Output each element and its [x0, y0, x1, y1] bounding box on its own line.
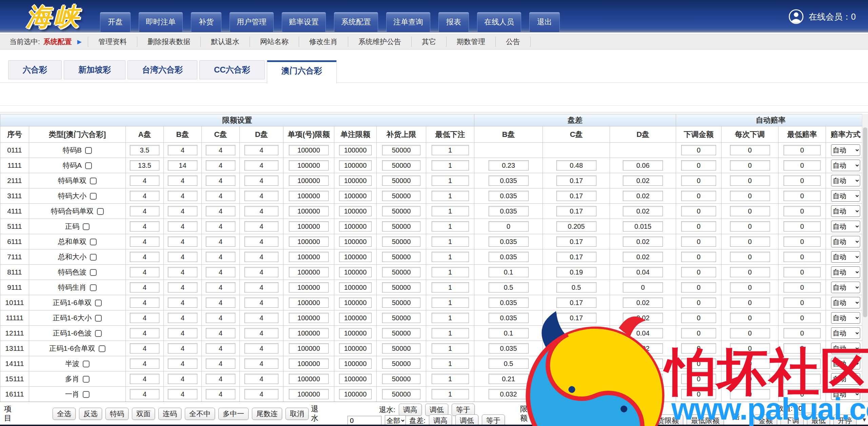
cell-input[interactable] — [730, 328, 770, 338]
odds-mode-select[interactable]: 自动 — [831, 251, 860, 263]
cell-input[interactable] — [168, 267, 197, 277]
nav-reports[interactable]: 报表 — [438, 12, 469, 32]
cell-input[interactable] — [130, 176, 159, 186]
cell-input[interactable] — [206, 145, 235, 155]
cell-input[interactable] — [130, 389, 159, 399]
row-checkbox[interactable] — [83, 223, 90, 230]
odds-mode-select[interactable]: 自动 — [831, 205, 860, 217]
cell-input[interactable] — [244, 298, 278, 308]
cell-input[interactable] — [556, 343, 596, 353]
cell-input[interactable] — [730, 191, 770, 201]
menu-item-maintenance-notice[interactable]: 系统维护公告 — [348, 37, 411, 47]
value-input[interactable] — [620, 404, 644, 413]
cell-input[interactable] — [339, 237, 372, 247]
cell-input[interactable] — [206, 313, 235, 323]
row-checkbox[interactable] — [83, 391, 90, 398]
cell-input[interactable] — [339, 343, 372, 353]
cell-input[interactable] — [289, 343, 328, 353]
cell-input[interactable] — [130, 237, 159, 247]
cell-input[interactable] — [489, 389, 529, 399]
cell-input[interactable] — [339, 282, 372, 292]
cell-input[interactable] — [730, 145, 770, 155]
cell-input[interactable] — [382, 237, 420, 247]
scrollbar-thumb[interactable] — [863, 127, 867, 317]
cell-input[interactable] — [382, 328, 420, 338]
btn-bet-limit[interactable]: 单注限额 — [605, 414, 643, 426]
cell-input[interactable] — [289, 176, 328, 186]
cell-input[interactable] — [289, 374, 328, 384]
odds-mode-select[interactable]: 自动 — [831, 175, 860, 186]
cell-input[interactable] — [244, 206, 278, 216]
cell-input[interactable] — [489, 221, 529, 231]
cell-input[interactable] — [730, 252, 770, 262]
nav-system-config[interactable]: 系统配置 — [334, 12, 378, 32]
cell-input[interactable] — [244, 252, 278, 262]
btn-lowest[interactable]: 最低 — [807, 414, 830, 426]
cell-input[interactable] — [432, 282, 469, 292]
cell-input[interactable] — [556, 267, 596, 277]
cell-input[interactable] — [681, 221, 716, 231]
btn-cancel[interactable]: 取消 — [285, 408, 309, 420]
cell-input[interactable] — [489, 282, 529, 292]
cell-input[interactable] — [489, 359, 529, 369]
cell-input[interactable] — [382, 359, 420, 369]
cell-input[interactable] — [432, 252, 469, 262]
cell-input[interactable] — [730, 282, 770, 292]
cell-input[interactable] — [289, 313, 328, 323]
nav-restock[interactable]: 补货 — [191, 12, 221, 32]
cell-input[interactable] — [382, 252, 420, 262]
cell-input[interactable] — [382, 313, 420, 323]
cell-input[interactable] — [556, 328, 596, 338]
cell-input[interactable] — [289, 389, 328, 399]
nav-open-draw[interactable]: 开盘 — [100, 12, 131, 32]
cell-input[interactable] — [681, 176, 716, 186]
cell-input[interactable] — [168, 328, 197, 338]
cell-input[interactable] — [168, 252, 197, 262]
odds-mode-select[interactable]: 自动 — [831, 388, 860, 400]
row-checkbox[interactable] — [83, 376, 90, 383]
cell-input[interactable] — [130, 298, 159, 308]
cell-input[interactable] — [244, 176, 278, 186]
cell-input[interactable] — [730, 237, 770, 247]
cell-input[interactable] — [382, 160, 420, 170]
cell-input[interactable] — [489, 176, 529, 186]
cell-input[interactable] — [244, 313, 278, 323]
cell-input[interactable] — [339, 176, 372, 186]
cell-input[interactable] — [130, 282, 159, 292]
nav-online-users[interactable]: 在线人员 — [477, 12, 521, 32]
cell-input[interactable] — [206, 160, 235, 170]
cell-input[interactable] — [130, 267, 159, 277]
cell-input[interactable] — [681, 191, 716, 201]
cell-input[interactable] — [623, 328, 663, 338]
menu-item-edit-zodiac[interactable]: 修改生肖 — [299, 37, 348, 47]
tab-singapore[interactable]: 新加坡彩 — [64, 60, 125, 79]
row-checkbox[interactable] — [90, 239, 97, 245]
cell-input[interactable] — [130, 221, 159, 231]
cell-input[interactable] — [681, 237, 716, 247]
cell-input[interactable] — [432, 237, 469, 247]
menu-item-delete-report-data[interactable]: 删除报表数据 — [137, 37, 200, 47]
cell-input[interactable] — [556, 206, 596, 216]
cell-input[interactable] — [244, 359, 278, 369]
cell-input[interactable] — [784, 206, 820, 216]
btn-min-limit[interactable]: 最低限额 — [687, 414, 724, 426]
cell-input[interactable] — [784, 343, 820, 353]
btn-multi-hit-one[interactable]: 多中一 — [218, 408, 249, 420]
cell-input[interactable] — [784, 389, 820, 399]
cell-input[interactable] — [556, 359, 596, 369]
cell-input[interactable] — [339, 191, 372, 201]
cell-input[interactable] — [623, 389, 663, 399]
cell-input[interactable] — [432, 267, 469, 277]
cell-input[interactable] — [339, 221, 372, 231]
cell-input[interactable] — [681, 374, 716, 384]
cell-input[interactable] — [556, 298, 596, 308]
row-checkbox[interactable] — [85, 162, 92, 169]
row-checkbox[interactable] — [90, 193, 97, 200]
cell-input[interactable] — [432, 313, 469, 323]
cell-input[interactable] — [623, 374, 663, 384]
cell-input[interactable] — [730, 298, 770, 308]
cell-input[interactable] — [681, 145, 716, 155]
cell-input[interactable] — [784, 282, 820, 292]
cell-input[interactable] — [130, 359, 159, 369]
nav-bet-query[interactable]: 注单查询 — [386, 12, 430, 32]
